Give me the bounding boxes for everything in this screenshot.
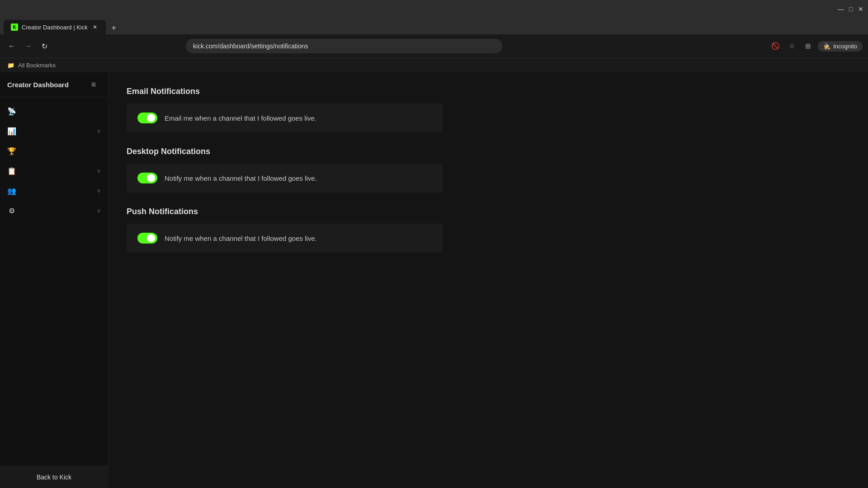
email-notification-card: Email me when a channel that I followed … <box>127 103 443 132</box>
address-text: kick.com/dashboard/settings/notification… <box>193 42 308 50</box>
sidebar-title: Creator Dashboard <box>7 81 69 89</box>
sidebar-item-live[interactable]: 📡 <box>0 101 108 121</box>
email-toggle-slider <box>137 113 157 123</box>
back-nav-button[interactable]: ← <box>5 40 18 52</box>
push-toggle-label: Notify me when a channel that I followed… <box>165 235 317 242</box>
sidebar-item-community[interactable]: 👥 ∨ <box>0 181 108 201</box>
minimize-button[interactable]: — <box>837 5 844 13</box>
maximize-button[interactable]: □ <box>847 5 854 13</box>
desktop-notifications-section: Desktop Notifications Notify me when a c… <box>127 147 850 192</box>
live-icon: 📡 <box>7 107 16 116</box>
close-button[interactable]: ✕ <box>857 5 864 13</box>
bookmarks-label: All Bookmarks <box>18 62 56 69</box>
push-toggle-slider <box>137 233 157 244</box>
sidebar: Creator Dashboard ≡ 📡 📊 ∨ 🏆 📋 ∨ <box>0 72 108 488</box>
desktop-toggle-slider <box>137 173 157 183</box>
incognito-label: Incognito <box>833 43 857 50</box>
analytics-chevron-icon: ∨ <box>97 128 101 134</box>
new-tab-button[interactable]: + <box>108 22 120 34</box>
sidebar-toggle-button[interactable]: ≡ <box>86 78 101 92</box>
sidebar-item-content[interactable]: 📋 ∨ <box>0 161 108 181</box>
push-toggle[interactable] <box>137 233 157 244</box>
achievements-icon: 🏆 <box>7 146 16 155</box>
back-to-kick-button[interactable]: Back to Kick <box>0 466 108 488</box>
push-section-title: Push Notifications <box>127 207 850 216</box>
split-screen-icon[interactable]: ⊞ <box>802 40 814 52</box>
reload-button[interactable]: ↻ <box>38 40 51 52</box>
sidebar-footer: Back to Kick <box>0 466 108 488</box>
analytics-icon: 📊 <box>7 127 16 136</box>
incognito-button[interactable]: 🕵 Incognito <box>818 41 863 52</box>
title-bar: — □ ✕ <box>0 0 868 18</box>
email-section-title: Email Notifications <box>127 87 850 96</box>
email-toggle[interactable] <box>137 113 157 123</box>
settings-chevron-icon: ∨ <box>97 207 101 214</box>
desktop-section-title: Desktop Notifications <box>127 147 850 156</box>
community-icon: 👥 <box>7 186 16 195</box>
email-toggle-label: Email me when a channel that I followed … <box>165 114 316 122</box>
app-layout: Creator Dashboard ≡ 📡 📊 ∨ 🏆 📋 ∨ <box>0 72 868 488</box>
tab-title: Creator Dashboard | Kick <box>22 24 88 31</box>
push-notifications-section: Push Notifications Notify me when a chan… <box>127 207 850 253</box>
push-notification-card: Notify me when a channel that I followed… <box>127 224 443 253</box>
main-content: Email Notifications Email me when a chan… <box>108 72 868 488</box>
active-tab[interactable]: K Creator Dashboard | Kick ✕ <box>4 20 106 34</box>
community-chevron-icon: ∨ <box>97 188 101 194</box>
sidebar-item-achievements[interactable]: 🏆 <box>0 141 108 161</box>
sidebar-item-settings[interactable]: ⚙ ∨ <box>0 201 108 221</box>
forward-nav-button[interactable]: → <box>22 40 34 52</box>
desktop-toggle[interactable] <box>137 173 157 183</box>
desktop-notification-card: Notify me when a channel that I followed… <box>127 164 443 192</box>
incognito-icon: 🕵 <box>823 43 830 50</box>
bookmark-icon[interactable]: ☆ <box>785 40 798 52</box>
content-icon: 📋 <box>7 166 16 175</box>
tab-favicon: K <box>11 23 18 31</box>
sidebar-header: Creator Dashboard ≡ <box>0 72 108 98</box>
content-chevron-icon: ∨ <box>97 168 101 174</box>
bookmarks-folder-icon: 📁 <box>7 62 14 69</box>
camera-off-icon[interactable]: 🚫 <box>769 40 782 52</box>
desktop-toggle-label: Notify me when a channel that I followed… <box>165 174 317 182</box>
window-controls: — □ ✕ <box>837 5 864 13</box>
tab-close-button[interactable]: ✕ <box>91 23 99 31</box>
tabs-bar: K Creator Dashboard | Kick ✕ + <box>0 18 868 34</box>
address-bar-row: ← → ↻ kick.com/dashboard/settings/notifi… <box>0 34 868 58</box>
sidebar-nav: 📡 📊 ∨ 🏆 📋 ∨ 👥 ∨ ⚙ <box>0 98 108 466</box>
address-bar[interactable]: kick.com/dashboard/settings/notification… <box>186 39 502 53</box>
bookmarks-bar: 📁 All Bookmarks <box>0 58 868 72</box>
address-bar-icons: 🚫 ☆ ⊞ 🕵 Incognito <box>769 40 863 52</box>
settings-icon: ⚙ <box>7 206 16 215</box>
sidebar-item-analytics[interactable]: 📊 ∨ <box>0 121 108 141</box>
email-notifications-section: Email Notifications Email me when a chan… <box>127 87 850 132</box>
